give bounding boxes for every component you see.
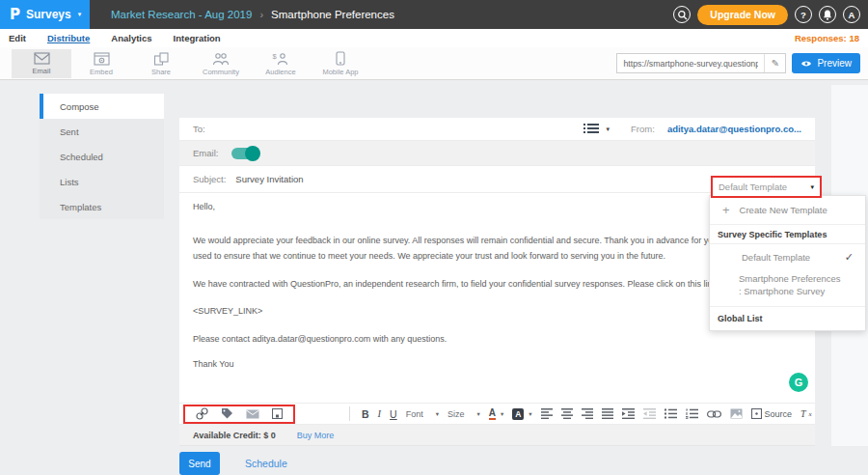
sidebar-item-compose[interactable]: Compose xyxy=(40,94,164,119)
align-center-button[interactable] xyxy=(561,408,573,419)
align-right-button[interactable] xyxy=(582,408,593,419)
font-select-label: Font xyxy=(406,409,423,419)
send-button[interactable]: Send xyxy=(179,452,220,475)
bg-color-button[interactable]: A ▾ xyxy=(512,408,531,420)
align-left-button[interactable] xyxy=(541,408,553,419)
breadcrumb-survey[interactable]: Market Research - Aug 2019 xyxy=(111,9,252,20)
align-center-icon xyxy=(561,408,573,419)
body-line: Thank You xyxy=(193,358,815,371)
notifications-button[interactable] xyxy=(819,6,836,23)
embed-survey-button[interactable] xyxy=(272,408,283,419)
align-justify-icon xyxy=(602,408,613,419)
from-label: From: xyxy=(631,124,655,134)
insert-image-button[interactable] xyxy=(730,408,743,419)
sidebar-item-sent[interactable]: Sent xyxy=(40,119,164,144)
avatar[interactable]: A xyxy=(843,6,860,23)
list-icon xyxy=(583,123,599,134)
upgrade-now-button[interactable]: Upgrade Now xyxy=(697,5,788,25)
preview-label: Preview xyxy=(817,58,852,69)
bold-button[interactable]: B xyxy=(362,408,369,420)
insert-link-button[interactable] xyxy=(196,407,208,420)
responses-count[interactable]: Responses: 18 xyxy=(795,33,859,43)
chevron-down-icon: ▾ xyxy=(436,410,439,418)
page-body: Compose Sent Scheduled Lists Templates T… xyxy=(0,80,868,475)
link-icon xyxy=(196,407,208,420)
underline-button[interactable]: U xyxy=(390,408,397,420)
tab-analytics[interactable]: Analytics xyxy=(100,33,162,43)
channel-mobile-app[interactable]: Mobile App xyxy=(311,49,370,78)
indent-increase-button[interactable] xyxy=(622,408,635,419)
italic-button[interactable]: I xyxy=(378,408,382,419)
size-select[interactable]: Size ▾ xyxy=(448,409,480,419)
edit-url-button[interactable]: ✎ xyxy=(764,54,785,72)
chevron-down-icon: ▾ xyxy=(529,410,531,418)
distribute-channels: Email Embed Share Community $ Audience M… xyxy=(0,47,868,80)
numbered-list-button[interactable] xyxy=(686,408,698,419)
help-button[interactable]: ? xyxy=(795,6,812,23)
channel-audience[interactable]: $ Audience xyxy=(251,49,311,78)
email-icon xyxy=(34,52,50,65)
image-icon xyxy=(730,408,743,419)
align-justify-button[interactable] xyxy=(602,408,613,419)
select-list-button[interactable] xyxy=(583,121,599,138)
channel-label: Share xyxy=(151,68,171,76)
search-button[interactable] xyxy=(673,6,691,23)
mobile-app-icon xyxy=(336,51,345,66)
compose-sidebar: Compose Sent Scheduled Lists Templates xyxy=(40,94,164,219)
chevron-down-icon[interactable]: ▾ xyxy=(607,126,610,133)
merge-tag-button[interactable] xyxy=(221,407,233,420)
plus-icon: + xyxy=(722,206,730,215)
sidebar-item-templates[interactable]: Templates xyxy=(40,194,164,219)
survey-url-input[interactable] xyxy=(617,59,764,69)
indent-decrease-icon xyxy=(643,408,656,419)
font-select[interactable]: Font ▾ xyxy=(406,409,439,419)
formatting-tools: B I U Font ▾ Size ▾ A ▾ xyxy=(350,408,812,420)
channel-label: Community xyxy=(203,68,239,76)
schedule-link[interactable]: Schedule xyxy=(245,458,287,469)
channel-share[interactable]: Share xyxy=(131,49,191,78)
to-row[interactable]: To: ▾ From: aditya.datar@questionpro.co.… xyxy=(179,118,815,141)
align-right-icon xyxy=(582,408,593,419)
tab-integration[interactable]: Integration xyxy=(163,33,231,43)
channel-label: Mobile App xyxy=(322,68,358,76)
template-select-value: Default Template xyxy=(719,182,787,192)
hyperlink-button[interactable] xyxy=(707,410,721,418)
bg-color-letter: A xyxy=(512,408,524,420)
preview-button[interactable]: Preview xyxy=(792,53,860,73)
subject-label: Subject: xyxy=(193,174,226,184)
channel-community[interactable]: Community xyxy=(191,49,251,78)
topbar: P Surveys ▾ Market Research - Aug 2019 ›… xyxy=(0,0,868,29)
topbar-actions: Upgrade Now ? A xyxy=(673,5,868,25)
channel-email[interactable]: Email xyxy=(12,49,71,78)
embed-box-icon xyxy=(272,408,283,419)
tab-edit[interactable]: Edit xyxy=(9,33,37,43)
text-color-button[interactable]: A ▾ xyxy=(489,408,504,420)
bullet-list-button[interactable] xyxy=(665,408,677,419)
channel-label: Embed xyxy=(90,68,113,76)
subject-value[interactable]: Survey Invitation xyxy=(235,174,303,184)
remove-format-button[interactable]: Tx xyxy=(800,408,812,419)
bullet-list-icon xyxy=(665,408,677,419)
source-button[interactable]: Source xyxy=(751,408,793,419)
remove-format-x: x xyxy=(809,410,812,418)
menu-item-create-new-template[interactable]: + Create New Template xyxy=(710,196,865,225)
from-email-link[interactable]: aditya.datar@questionpro.co... xyxy=(667,124,801,134)
template-select[interactable]: Default Template ▾ xyxy=(711,176,822,198)
menu-item-smartphone-preferences[interactable]: Smartphone Preferences : Smartphone Surv… xyxy=(710,269,865,307)
email-toggle[interactable] xyxy=(231,148,258,159)
sidebar-item-scheduled[interactable]: Scheduled xyxy=(40,144,164,169)
questionpro-distribute-screen: P Surveys ▾ Market Research - Aug 2019 ›… xyxy=(0,0,868,475)
grammarly-button[interactable]: G xyxy=(789,373,808,392)
menu-item-default-template[interactable]: Default Template ✓ xyxy=(710,244,865,269)
tab-distribute[interactable]: Distribute xyxy=(37,33,100,43)
audience-icon: $ xyxy=(272,52,289,66)
buy-more-link[interactable]: Buy More xyxy=(297,431,335,440)
channel-embed[interactable]: Embed xyxy=(71,49,131,78)
sidebar-item-lists[interactable]: Lists xyxy=(40,169,164,194)
menu-section-global-list[interactable]: Global List xyxy=(710,307,865,330)
surveys-menu[interactable]: P Surveys ▾ xyxy=(0,0,90,29)
insert-email-button[interactable] xyxy=(246,409,259,419)
indent-decrease-button[interactable] xyxy=(643,408,656,419)
sidebar-item-label: Compose xyxy=(60,101,99,112)
email-label: Email: xyxy=(193,148,218,158)
